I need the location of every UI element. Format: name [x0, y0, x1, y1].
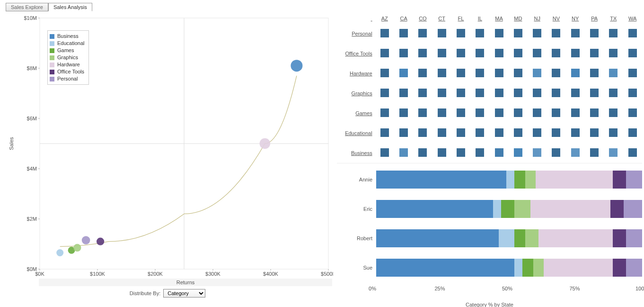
heat-cell[interactable]	[457, 69, 465, 77]
heat-cell[interactable]	[609, 49, 618, 57]
heat-cell[interactable]	[418, 128, 427, 137]
stack-bar[interactable]	[376, 259, 642, 277]
legend-item-games[interactable]: Games	[50, 47, 85, 54]
heat-cell[interactable]	[533, 128, 541, 137]
stack-seg-educational[interactable]	[514, 259, 522, 277]
legend-item-office-tools[interactable]: Office Tools	[50, 68, 85, 75]
heat-cell[interactable]	[628, 29, 637, 37]
heat-cell[interactable]	[476, 89, 484, 97]
heat-cell[interactable]	[476, 108, 484, 117]
heat-cell[interactable]	[552, 148, 560, 157]
heat-cell[interactable]	[418, 69, 427, 77]
heat-cell[interactable]	[514, 128, 522, 137]
heat-cell[interactable]	[438, 69, 446, 77]
legend-item-graphics[interactable]: Graphics	[50, 54, 85, 61]
heat-cell[interactable]	[476, 128, 484, 137]
heat-cell[interactable]	[438, 128, 446, 137]
heat-cell[interactable]	[628, 148, 637, 157]
heat-cell[interactable]	[495, 69, 503, 77]
heat-cell[interactable]	[590, 89, 599, 97]
heat-cell[interactable]	[380, 89, 389, 97]
heat-cell[interactable]	[399, 148, 408, 157]
scatter-point-business[interactable]	[291, 60, 302, 72]
stack-seg-personal[interactable]	[626, 259, 642, 277]
heat-col-ct[interactable]: CT	[432, 13, 451, 24]
heat-cell[interactable]	[533, 49, 541, 57]
stack-seg-games[interactable]	[522, 259, 533, 277]
heat-cell[interactable]	[380, 148, 389, 157]
heat-col-il[interactable]: IL	[470, 13, 489, 24]
stack-bar[interactable]	[376, 171, 642, 189]
stack-seg-graphics[interactable]	[525, 171, 536, 189]
heat-cell[interactable]	[399, 108, 408, 117]
heat-cell[interactable]	[399, 89, 408, 97]
heat-cell[interactable]	[418, 148, 427, 157]
stack-seg-hardware[interactable]	[530, 200, 610, 218]
heat-col-az[interactable]: AZ	[375, 13, 394, 24]
stack-seg-educational[interactable]	[493, 200, 501, 218]
heat-col-fl[interactable]: FL	[451, 13, 470, 24]
stack-seg-business[interactable]	[376, 200, 493, 218]
stack-seg-office-tools[interactable]	[613, 259, 626, 277]
heat-cell[interactable]	[476, 148, 484, 157]
heat-row-personal[interactable]: Personal	[337, 24, 375, 44]
heat-cell[interactable]	[476, 49, 484, 57]
heat-cell[interactable]	[495, 29, 503, 37]
heat-cell[interactable]	[514, 49, 522, 57]
heat-cell[interactable]	[418, 108, 427, 117]
heat-cell[interactable]	[628, 108, 637, 117]
heat-cell[interactable]	[609, 128, 618, 137]
stack-seg-personal[interactable]	[624, 200, 642, 218]
scatter-point-personal[interactable]	[82, 236, 90, 244]
distribute-select[interactable]: Category	[163, 289, 205, 298]
heat-cell[interactable]	[457, 49, 465, 57]
stack-seg-graphics[interactable]	[533, 259, 544, 277]
heat-cell[interactable]	[399, 49, 408, 57]
heat-cell[interactable]	[571, 89, 580, 97]
stack-seg-business[interactable]	[376, 229, 499, 247]
legend-item-hardware[interactable]: Hardware	[50, 61, 85, 68]
heat-cell[interactable]	[590, 148, 599, 157]
heat-cell[interactable]	[552, 49, 560, 57]
heat-cell[interactable]	[438, 148, 446, 157]
heat-cell[interactable]	[609, 108, 618, 117]
heat-cell[interactable]	[552, 108, 560, 117]
heat-cell[interactable]	[380, 69, 389, 77]
stack-seg-personal[interactable]	[626, 171, 642, 189]
heat-cell[interactable]	[590, 69, 599, 77]
heat-cell[interactable]	[609, 29, 618, 37]
heat-cell[interactable]	[609, 89, 618, 97]
heat-cell[interactable]	[628, 128, 637, 137]
heat-cell[interactable]	[457, 128, 465, 137]
tab-sales-analysis[interactable]: Sales Analysis	[48, 3, 92, 11]
heat-cell[interactable]	[628, 49, 637, 57]
stack-seg-graphics[interactable]	[525, 229, 538, 247]
heat-cell[interactable]	[457, 108, 465, 117]
scatter-point-office-tools[interactable]	[97, 238, 104, 245]
heat-cell[interactable]	[590, 49, 599, 57]
heat-row-educational[interactable]: Educational	[337, 123, 375, 143]
stack-seg-games[interactable]	[514, 171, 525, 189]
heat-col-tx[interactable]: TX	[604, 13, 623, 24]
heat-cell[interactable]	[609, 148, 618, 157]
heat-cell[interactable]	[457, 148, 465, 157]
tab-sales-explore[interactable]: Sales Explore	[6, 3, 48, 11]
heat-col-wa[interactable]: WA	[623, 13, 643, 24]
heat-cell[interactable]	[552, 128, 560, 137]
stack-seg-business[interactable]	[376, 259, 514, 277]
stack-seg-office-tools[interactable]	[613, 171, 626, 189]
heat-cell[interactable]	[380, 49, 389, 57]
heat-row-business[interactable]: Business	[337, 143, 375, 163]
stack-seg-educational[interactable]	[499, 229, 515, 247]
heat-cell[interactable]	[495, 128, 503, 137]
scatter-point-educational[interactable]	[56, 249, 63, 256]
heat-cell[interactable]	[476, 69, 484, 77]
heat-cell[interactable]	[533, 29, 541, 37]
heat-cell[interactable]	[476, 29, 484, 37]
stack-seg-educational[interactable]	[506, 171, 514, 189]
stack-seg-hardware[interactable]	[544, 259, 613, 277]
heat-cell[interactable]	[457, 89, 465, 97]
heat-row-office-tools[interactable]: Office Tools	[337, 44, 375, 63]
heat-cell[interactable]	[380, 128, 389, 137]
heat-cell[interactable]	[399, 29, 408, 37]
